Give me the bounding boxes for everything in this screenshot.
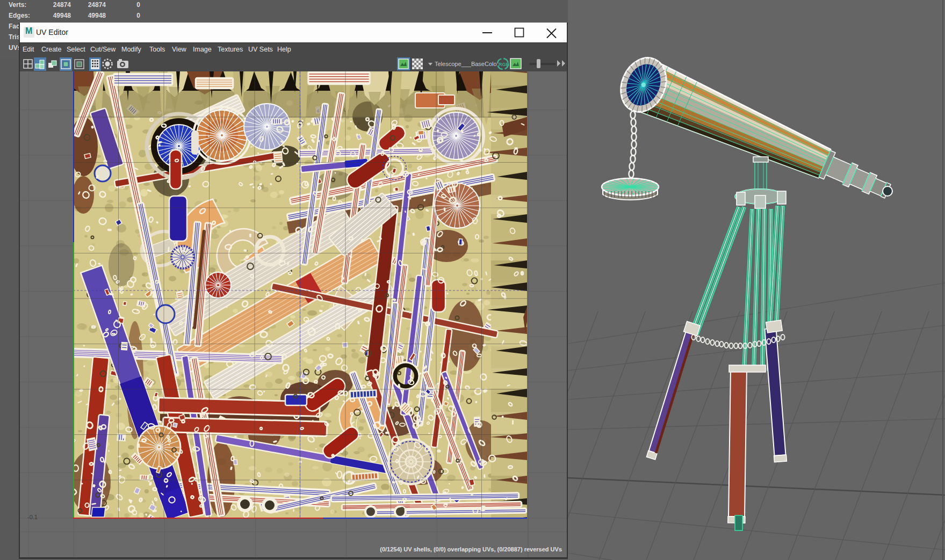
- svg-text:Telescope___BaseColo: Telescope___BaseColo: [435, 61, 497, 67]
- svg-text:RGB: RGB: [499, 62, 510, 67]
